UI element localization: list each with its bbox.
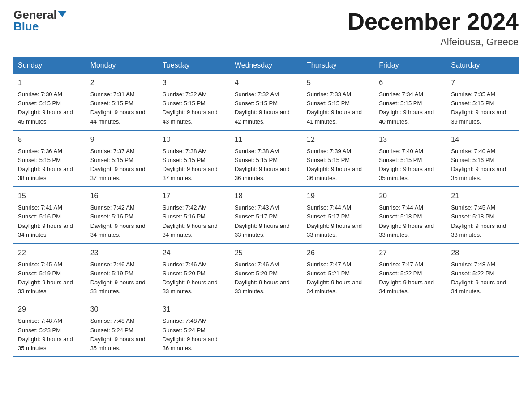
day-info: Sunrise: 7:43 AMSunset: 5:17 PMDaylight:…	[235, 204, 290, 238]
calendar-cell	[374, 300, 446, 357]
day-number: 5	[307, 77, 369, 88]
day-number: 12	[307, 134, 369, 145]
location-title: Alfeiousa, Greece	[348, 36, 519, 48]
column-header-sunday: Sunday	[13, 57, 86, 74]
day-number: 9	[90, 134, 153, 145]
column-header-wednesday: Wednesday	[230, 57, 302, 74]
calendar-cell: 19 Sunrise: 7:44 AMSunset: 5:17 PMDaylig…	[302, 187, 374, 244]
calendar-cell: 5 Sunrise: 7:33 AMSunset: 5:15 PMDayligh…	[302, 74, 374, 130]
calendar-cell: 22 Sunrise: 7:45 AMSunset: 5:19 PMDaylig…	[13, 244, 86, 300]
day-info: Sunrise: 7:46 AMSunset: 5:19 PMDaylight:…	[90, 261, 146, 295]
calendar-cell	[302, 300, 374, 357]
day-info: Sunrise: 7:37 AMSunset: 5:15 PMDaylight:…	[90, 148, 146, 181]
calendar-cell: 11 Sunrise: 7:38 AMSunset: 5:15 PMDaylig…	[230, 130, 302, 187]
day-info: Sunrise: 7:38 AMSunset: 5:15 PMDaylight:…	[235, 148, 290, 181]
column-header-friday: Friday	[374, 57, 446, 74]
day-info: Sunrise: 7:47 AMSunset: 5:21 PMDaylight:…	[307, 261, 362, 295]
day-info: Sunrise: 7:44 AMSunset: 5:17 PMDaylight:…	[307, 204, 362, 238]
day-number: 3	[163, 77, 225, 88]
calendar-cell: 12 Sunrise: 7:39 AMSunset: 5:15 PMDaylig…	[302, 130, 374, 187]
day-number: 21	[451, 191, 514, 201]
day-number: 29	[18, 304, 81, 315]
calendar-cell: 18 Sunrise: 7:43 AMSunset: 5:17 PMDaylig…	[230, 187, 302, 244]
day-info: Sunrise: 7:46 AMSunset: 5:20 PMDaylight:…	[235, 261, 290, 295]
day-info: Sunrise: 7:32 AMSunset: 5:15 PMDaylight:…	[163, 91, 218, 124]
calendar-cell: 7 Sunrise: 7:35 AMSunset: 5:15 PMDayligh…	[446, 74, 519, 130]
day-number: 27	[379, 248, 442, 258]
day-number: 26	[307, 248, 369, 258]
day-number: 13	[379, 134, 442, 145]
day-number: 24	[163, 248, 225, 258]
day-info: Sunrise: 7:48 AMSunset: 5:22 PMDaylight:…	[451, 261, 506, 295]
day-info: Sunrise: 7:48 AMSunset: 5:23 PMDaylight:…	[18, 317, 73, 351]
calendar-week-row: 22 Sunrise: 7:45 AMSunset: 5:19 PMDaylig…	[13, 244, 519, 300]
calendar-cell: 4 Sunrise: 7:32 AMSunset: 5:15 PMDayligh…	[230, 74, 302, 130]
calendar-cell: 20 Sunrise: 7:44 AMSunset: 5:18 PMDaylig…	[374, 187, 446, 244]
calendar-cell: 14 Sunrise: 7:40 AMSunset: 5:16 PMDaylig…	[446, 130, 519, 187]
column-header-saturday: Saturday	[446, 57, 519, 74]
day-number: 30	[90, 304, 153, 315]
day-info: Sunrise: 7:31 AMSunset: 5:15 PMDaylight:…	[90, 91, 146, 124]
day-info: Sunrise: 7:35 AMSunset: 5:15 PMDaylight:…	[451, 91, 506, 124]
day-info: Sunrise: 7:42 AMSunset: 5:16 PMDaylight:…	[163, 204, 218, 238]
day-info: Sunrise: 7:46 AMSunset: 5:20 PMDaylight:…	[163, 261, 218, 295]
day-number: 6	[379, 77, 442, 88]
calendar-week-row: 8 Sunrise: 7:36 AMSunset: 5:15 PMDayligh…	[13, 130, 519, 187]
calendar-cell: 1 Sunrise: 7:30 AMSunset: 5:15 PMDayligh…	[13, 74, 86, 130]
day-info: Sunrise: 7:48 AMSunset: 5:24 PMDaylight:…	[163, 317, 218, 351]
day-info: Sunrise: 7:38 AMSunset: 5:15 PMDaylight:…	[163, 148, 218, 181]
calendar-header-row: SundayMondayTuesdayWednesdayThursdayFrid…	[13, 57, 519, 74]
calendar-cell: 27 Sunrise: 7:47 AMSunset: 5:22 PMDaylig…	[374, 244, 446, 300]
month-title: December 2024	[348, 9, 519, 34]
calendar-week-row: 15 Sunrise: 7:41 AMSunset: 5:16 PMDaylig…	[13, 187, 519, 244]
calendar-cell: 10 Sunrise: 7:38 AMSunset: 5:15 PMDaylig…	[158, 130, 230, 187]
day-number: 23	[90, 248, 153, 258]
page-header: General Blue December 2024 Alfeiousa, Gr…	[13, 9, 519, 48]
day-number: 2	[90, 77, 153, 88]
day-info: Sunrise: 7:36 AMSunset: 5:15 PMDaylight:…	[18, 148, 73, 181]
calendar-week-row: 29 Sunrise: 7:48 AMSunset: 5:23 PMDaylig…	[13, 300, 519, 357]
title-section: December 2024 Alfeiousa, Greece	[348, 9, 519, 48]
logo-blue-text: Blue	[13, 21, 39, 32]
day-number: 14	[451, 134, 514, 145]
day-number: 10	[163, 134, 225, 145]
day-number: 8	[18, 134, 81, 145]
day-number: 18	[235, 191, 297, 201]
calendar-cell: 21 Sunrise: 7:45 AMSunset: 5:18 PMDaylig…	[446, 187, 519, 244]
day-info: Sunrise: 7:39 AMSunset: 5:15 PMDaylight:…	[307, 148, 362, 181]
calendar-cell	[446, 300, 519, 357]
day-number: 11	[235, 134, 297, 145]
logo: General Blue	[13, 9, 67, 32]
day-info: Sunrise: 7:44 AMSunset: 5:18 PMDaylight:…	[379, 204, 434, 238]
calendar-table: SundayMondayTuesdayWednesdayThursdayFrid…	[13, 57, 519, 357]
calendar-cell: 2 Sunrise: 7:31 AMSunset: 5:15 PMDayligh…	[86, 74, 158, 130]
calendar-cell: 9 Sunrise: 7:37 AMSunset: 5:15 PMDayligh…	[86, 130, 158, 187]
calendar-cell: 8 Sunrise: 7:36 AMSunset: 5:15 PMDayligh…	[13, 130, 86, 187]
column-header-monday: Monday	[86, 57, 158, 74]
calendar-cell: 30 Sunrise: 7:48 AMSunset: 5:24 PMDaylig…	[86, 300, 158, 357]
day-info: Sunrise: 7:41 AMSunset: 5:16 PMDaylight:…	[18, 204, 73, 238]
calendar-cell: 6 Sunrise: 7:34 AMSunset: 5:15 PMDayligh…	[374, 74, 446, 130]
day-number: 28	[451, 248, 514, 258]
day-number: 15	[18, 191, 81, 201]
day-number: 25	[235, 248, 297, 258]
day-info: Sunrise: 7:48 AMSunset: 5:24 PMDaylight:…	[90, 317, 146, 351]
calendar-cell	[230, 300, 302, 357]
day-info: Sunrise: 7:45 AMSunset: 5:18 PMDaylight:…	[451, 204, 506, 238]
day-number: 22	[18, 248, 81, 258]
calendar-cell: 23 Sunrise: 7:46 AMSunset: 5:19 PMDaylig…	[86, 244, 158, 300]
day-number: 4	[235, 77, 297, 88]
day-info: Sunrise: 7:32 AMSunset: 5:15 PMDaylight:…	[235, 91, 290, 124]
column-header-thursday: Thursday	[302, 57, 374, 74]
calendar-cell: 29 Sunrise: 7:48 AMSunset: 5:23 PMDaylig…	[13, 300, 86, 357]
day-number: 20	[379, 191, 442, 201]
day-number: 31	[163, 304, 225, 315]
calendar-cell: 25 Sunrise: 7:46 AMSunset: 5:20 PMDaylig…	[230, 244, 302, 300]
calendar-cell: 15 Sunrise: 7:41 AMSunset: 5:16 PMDaylig…	[13, 187, 86, 244]
day-number: 16	[90, 191, 153, 201]
day-info: Sunrise: 7:40 AMSunset: 5:15 PMDaylight:…	[379, 148, 434, 181]
day-info: Sunrise: 7:45 AMSunset: 5:19 PMDaylight:…	[18, 261, 73, 295]
calendar-cell: 13 Sunrise: 7:40 AMSunset: 5:15 PMDaylig…	[374, 130, 446, 187]
logo-triangle-icon	[58, 11, 67, 17]
logo-general-text: General	[13, 9, 57, 21]
